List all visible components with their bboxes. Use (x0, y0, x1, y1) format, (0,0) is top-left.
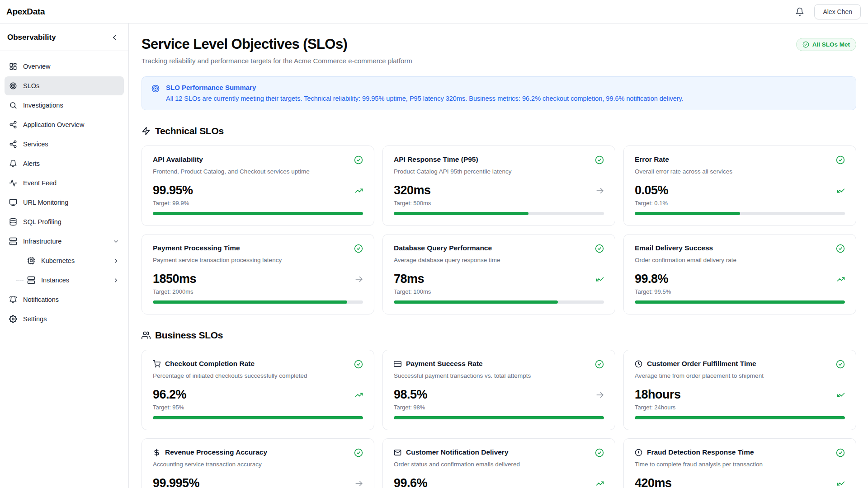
monitor-icon (9, 198, 17, 206)
chevron-right-icon (113, 258, 119, 264)
check-circle-icon (354, 448, 363, 457)
cpu-icon (27, 257, 35, 265)
check-circle-icon (836, 360, 845, 369)
status-met-icon (595, 155, 604, 164)
metric-value: 96.2% (153, 388, 186, 402)
sidebar-item-label: Alerts (23, 160, 119, 167)
check-circle-icon (354, 244, 363, 253)
metric-value: 99.8% (635, 272, 668, 286)
status-badge: All SLOs Met (796, 38, 856, 51)
check-circle-icon (595, 244, 604, 253)
card-title: Payment Processing Time (153, 244, 240, 252)
progress-bar (635, 416, 845, 419)
check-circle-icon (595, 448, 604, 457)
summary-text: All 12 SLOs are currently meeting their … (166, 95, 684, 102)
slo-card-email-delivery-success: Email Delivery SuccessOrder confirmation… (623, 234, 856, 314)
main-content: Service Level Objectives (SLOs) Tracking… (129, 23, 868, 488)
summary-title: SLO Performance Summary (166, 84, 684, 91)
progress-fill (153, 416, 363, 419)
sidebar-item-label: SLOs (23, 82, 119, 89)
sidebar-nav: OverviewSLOsInvestigationsApplication Ov… (0, 51, 128, 334)
card-description: Order confirmation email delivery rate (635, 257, 845, 263)
sidebar-item-label: Instances (41, 277, 107, 284)
server-icon (9, 237, 17, 245)
chevron-right-icon (113, 277, 119, 284)
check-circle-icon (802, 41, 809, 48)
metric-value: 18hours (635, 388, 681, 402)
grid-icon (9, 62, 17, 70)
page-header: Service Level Objectives (SLOs) Tracking… (142, 33, 856, 65)
sidebar-item-label: URL Monitoring (23, 199, 119, 206)
sidebar-item-sql-profiling[interactable]: SQL Profiling (5, 212, 124, 231)
metric-value: 78ms (394, 272, 424, 286)
metric-value: 99.95% (153, 183, 193, 197)
progress-fill (153, 212, 363, 215)
trend-flat-icon (596, 187, 604, 195)
card-title-row: Customer Notification Delivery (394, 448, 509, 456)
card-description: Percentage of initiated checkouts succes… (153, 372, 363, 379)
target-icon (9, 82, 17, 90)
user-menu-button[interactable]: Alex Chen (814, 4, 861, 19)
progress-fill (635, 416, 845, 419)
sidebar: Observability OverviewSLOsInvestigations… (0, 23, 129, 488)
sidebar-item-url-monitoring[interactable]: URL Monitoring (5, 193, 124, 212)
slo-card-payment-success-rate: Payment Success RateSuccessful payment t… (382, 350, 615, 430)
card-title: Fraud Detection Response Time (647, 448, 754, 456)
metric-target: Target: 24hours (635, 404, 845, 411)
progress-bar (394, 300, 604, 304)
slo-card-payment-processing-time: Payment Processing TimePayment service t… (142, 234, 374, 314)
card-description: Payment service transaction processing l… (153, 257, 363, 263)
section-heading-technical-slos: Technical SLOs (142, 126, 856, 136)
sidebar-item-label: Settings (23, 315, 119, 323)
metric-value: 0.05% (635, 183, 668, 197)
card-title: Payment Success Rate (406, 360, 483, 368)
trend-up-icon (355, 391, 363, 399)
trend-flat-icon (596, 391, 604, 399)
trend-down-icon (837, 187, 845, 195)
check-circle-icon (354, 155, 363, 164)
activity-icon (9, 179, 17, 187)
card-title-row: Database Query Performance (394, 244, 492, 252)
sidebar-item-alerts[interactable]: Alerts (5, 154, 124, 173)
clock-icon (635, 360, 642, 368)
card-description: Product Catalog API 95th percentile late… (394, 168, 604, 175)
chevron-down-icon (113, 238, 119, 245)
sidebar-item-kubernetes[interactable]: Kubernetes (16, 251, 124, 270)
sidebar-item-overview[interactable]: Overview (5, 57, 124, 76)
progress-bar (635, 212, 845, 215)
sidebar-item-event-feed[interactable]: Event Feed (5, 174, 124, 192)
sidebar-item-slos[interactable]: SLOs (5, 76, 124, 95)
slo-card-api-response-time-p95-: API Response Time (P95)Product Catalog A… (382, 145, 615, 226)
sidebar-title: Observability (7, 33, 56, 42)
trend-up-icon (355, 187, 363, 195)
status-badge-label: All SLOs Met (812, 41, 850, 48)
sidebar-item-notifications[interactable]: Notifications (5, 290, 124, 309)
sidebar-item-investigations[interactable]: Investigations (5, 96, 124, 115)
progress-bar (153, 300, 363, 304)
progress-bar (394, 416, 604, 419)
card-description: Successful payment transactions vs. tota… (394, 372, 604, 379)
bell-ring-icon (9, 296, 17, 304)
card-title: Email Delivery Success (635, 244, 713, 252)
status-met-icon (836, 360, 845, 369)
section-title: Technical SLOs (155, 126, 224, 136)
card-title-row: Customer Order Fulfillment Time (635, 360, 756, 368)
sidebar-item-infrastructure[interactable]: Infrastructure (5, 232, 124, 251)
chevron-left-icon (110, 33, 118, 42)
metric-value: 420ms (635, 476, 672, 488)
sidebar-item-application-overview[interactable]: Application Overview (5, 115, 124, 134)
status-met-icon (836, 155, 845, 164)
card-title-row: Payment Processing Time (153, 244, 240, 252)
notifications-bell-button[interactable] (793, 5, 806, 18)
sidebar-item-instances[interactable]: Instances (16, 271, 124, 290)
card-description: Accounting service transaction accuracy (153, 461, 363, 468)
trend-up-icon (355, 187, 363, 195)
card-title: Customer Order Fulfillment Time (647, 360, 756, 368)
sidebar-item-services[interactable]: Services (5, 135, 124, 154)
trend-flat-icon (355, 275, 363, 283)
sidebar-item-label: SQL Profiling (23, 218, 119, 225)
sidebar-collapse-button[interactable] (109, 33, 119, 42)
card-description: Order status and confirmation emails del… (394, 461, 604, 468)
trend-up-icon (837, 275, 845, 283)
sidebar-item-settings[interactable]: Settings (5, 310, 124, 328)
